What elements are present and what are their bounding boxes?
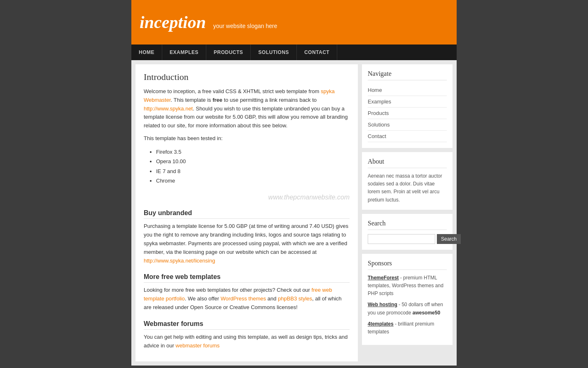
- navigate-box: Navigate HomeExamplesProductsSolutionsCo…: [362, 64, 453, 148]
- sponsor-link[interactable]: Web hosting: [368, 302, 397, 307]
- buy-text: Purchasing a template license for 5.00 G…: [144, 223, 348, 255]
- search-input[interactable]: [368, 234, 435, 244]
- nav-item: EXAMPLES: [162, 45, 206, 60]
- sponsors-box: Sponsors ThemeForest - premium HTML temp…: [362, 254, 453, 345]
- intro-text-1: Welcome to inception, a free valid CSS &…: [144, 88, 321, 94]
- list-item: Opera 10.00: [156, 157, 350, 166]
- search-button[interactable]: Search: [437, 234, 461, 244]
- more-text-1: Looking for more free web templates for …: [144, 287, 312, 293]
- nav-link[interactable]: HOME: [131, 45, 162, 60]
- about-heading: About: [368, 158, 447, 168]
- navigate-link[interactable]: Contact: [368, 131, 447, 142]
- nav-link[interactable]: SOLUTIONS: [251, 45, 297, 60]
- intro-heading: Introduction: [144, 72, 350, 82]
- watermark: www.thepcmanwebsite.com: [144, 194, 350, 201]
- forums-text: You can get help with editing and using …: [144, 334, 348, 349]
- site-title: inception: [140, 13, 206, 32]
- navigate-item: Solutions: [368, 119, 447, 131]
- nav-item: HOME: [131, 45, 162, 60]
- list-item: Chrome: [156, 176, 350, 185]
- spyka-url-link[interactable]: http://www.spyka.net: [144, 105, 193, 112]
- nav-item: SOLUTIONS: [251, 45, 297, 60]
- navigate-link[interactable]: Solutions: [368, 119, 447, 130]
- content-wrap: Introduction Welcome to inception, a fre…: [131, 60, 457, 366]
- about-box: About Aenean nec massa a tortor auctor s…: [362, 152, 453, 210]
- main-content: Introduction Welcome to inception, a fre…: [135, 64, 358, 361]
- tested-intro: This template has been tested in:: [144, 134, 350, 143]
- navigate-heading: Navigate: [368, 70, 447, 80]
- wordpress-link[interactable]: WordPress themes: [221, 295, 266, 302]
- forums-paragraph: You can get help with editing and using …: [144, 333, 350, 350]
- intro-paragraph-1: Welcome to inception, a free valid CSS &…: [144, 87, 350, 130]
- search-form: Search: [368, 234, 447, 244]
- navigate-link[interactable]: Examples: [368, 96, 447, 107]
- navigate-link[interactable]: Products: [368, 108, 447, 119]
- sponsor-item: 4templates - brilliant premium templates: [368, 320, 447, 336]
- nav-item: PRODUCTS: [206, 45, 251, 60]
- sidebar: Navigate HomeExamplesProductsSolutionsCo…: [362, 64, 453, 361]
- intro-text-2: . This template is free to use permittin…: [171, 97, 317, 103]
- more-text-2: . We also offer: [185, 295, 221, 302]
- more-text-3: and: [266, 295, 278, 302]
- navigate-list: HomeExamplesProductsSolutionsContact: [368, 84, 447, 142]
- search-heading: Search: [368, 220, 447, 230]
- navigate-link[interactable]: Home: [368, 84, 447, 96]
- sponsors-heading: Sponsors: [368, 260, 447, 270]
- search-box: Search Search: [362, 214, 453, 250]
- list-item: IE 7 and 8: [156, 166, 350, 176]
- sponsor-link[interactable]: 4templates: [368, 321, 394, 327]
- forums-link[interactable]: webmaster forums: [175, 342, 219, 349]
- nav-link[interactable]: CONTACT: [297, 45, 337, 60]
- sponsor-item: ThemeForest - premium HTML templates, Wo…: [368, 274, 447, 298]
- site-slogan: your website slogan here: [213, 23, 278, 29]
- phpbb-link[interactable]: phpBB3 styles: [278, 295, 312, 302]
- navigate-item: Home: [368, 84, 447, 96]
- licensing-link[interactable]: http://www.spyka.net/licensing: [144, 258, 215, 264]
- more-paragraph: Looking for more free web templates for …: [144, 286, 350, 312]
- more-heading: More free web templates: [144, 273, 350, 283]
- sponsor-item: Web hosting - 50 dollars off when you us…: [368, 301, 447, 316]
- nav-link[interactable]: PRODUCTS: [206, 45, 251, 60]
- tested-list: Firefox 3.5Opera 10.00IE 7 and 8Chrome: [156, 147, 350, 186]
- forums-heading: Webmaster forums: [144, 320, 350, 330]
- site-header: inception your website slogan here: [131, 0, 457, 45]
- navigate-item: Examples: [368, 96, 447, 108]
- list-item: Firefox 3.5: [156, 147, 350, 157]
- main-nav: HOMEEXAMPLESPRODUCTSSOLUTIONSCONTACT: [131, 45, 457, 60]
- buy-paragraph: Purchasing a template license for 5.00 G…: [144, 222, 350, 265]
- nav-list: HOMEEXAMPLESPRODUCTSSOLUTIONSCONTACT: [131, 45, 457, 60]
- about-text: Aenean nec massa a tortor auctor sodales…: [368, 172, 447, 204]
- sponsors-content: ThemeForest - premium HTML templates, Wo…: [368, 274, 447, 336]
- sponsor-link[interactable]: ThemeForest: [368, 275, 399, 281]
- nav-link[interactable]: EXAMPLES: [162, 45, 206, 60]
- buy-heading: Buy unbranded: [144, 209, 350, 219]
- nav-item: CONTACT: [297, 45, 337, 60]
- navigate-item: Products: [368, 108, 447, 119]
- navigate-item: Contact: [368, 131, 447, 142]
